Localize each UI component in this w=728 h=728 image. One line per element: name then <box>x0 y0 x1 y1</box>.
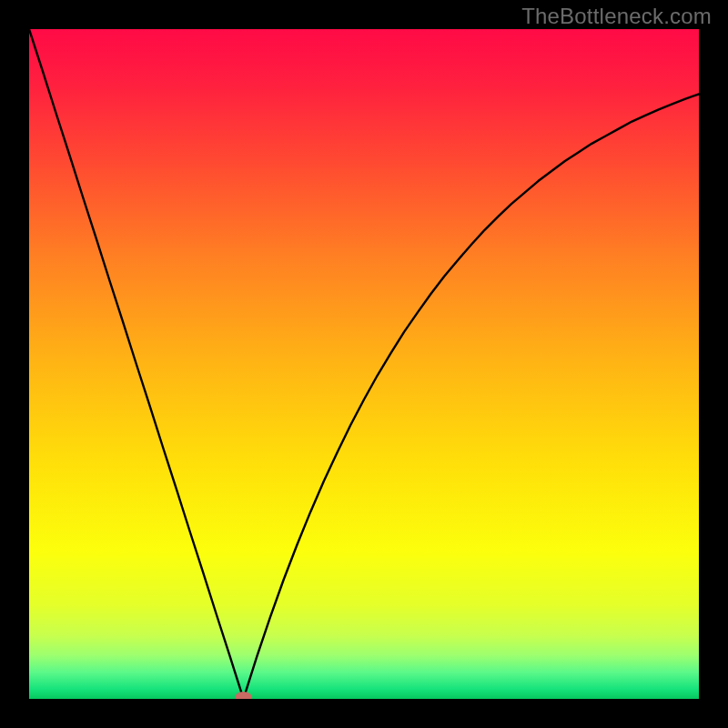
chart-svg <box>29 29 699 699</box>
watermark-text: TheBottleneck.com <box>521 4 712 29</box>
gradient-background <box>29 29 699 699</box>
chart-frame: TheBottleneck.com <box>0 0 728 728</box>
chart-plot-area <box>29 29 699 699</box>
